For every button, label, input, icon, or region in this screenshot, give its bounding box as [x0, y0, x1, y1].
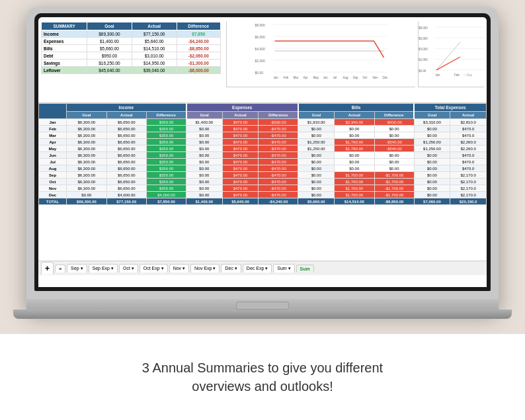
inc-goal-header: Goal	[67, 112, 106, 119]
inc-actual-cell: $6,650.00	[106, 139, 146, 146]
bill-goal-cell: $0.00	[298, 159, 335, 165]
inc-goal-cell: $6,300.00	[67, 119, 106, 126]
exp-actual-cell: $5,640.00	[222, 198, 259, 205]
data-row: Oct $6,300.00 $6,650.00 $350.00 $0.00 $4…	[39, 179, 487, 185]
summary-actual: $3,010.00	[132, 52, 177, 60]
inc-actual-cell: $6,650.00	[106, 165, 146, 172]
bill-goal-cell: $1,250.00	[298, 146, 335, 152]
exp-diff-cell: -$470.00	[259, 192, 298, 198]
bill-actual-cell: $14,510.00	[335, 198, 374, 205]
summary-actual: $77,150.00	[132, 30, 177, 38]
inc-goal-cell: $6,300.00	[67, 159, 106, 165]
data-row: Jun $6,300.00 $6,650.00 $350.00 $0.00 $4…	[39, 152, 487, 159]
bill-actual-cell: $1,700.00	[335, 172, 374, 179]
exp-actual-cell: $470.00	[222, 192, 259, 198]
section-header-row: Income Expenses Bills Total Expenses	[39, 104, 487, 112]
tot-goal-cell: $1,250.00	[414, 146, 450, 152]
tab-11[interactable]: Sum	[296, 265, 314, 273]
month-cell: Jun	[39, 152, 67, 159]
bill-diff-cell: -$1,700.00	[374, 192, 414, 198]
bill-goal-cell: $0.00	[298, 179, 335, 185]
svg-text:$8,000: $8,000	[255, 23, 266, 27]
inc-diff-header: Difference	[146, 112, 186, 119]
inc-actual-cell: $6,650.00	[106, 126, 146, 132]
bill-goal-header: Goal	[298, 112, 335, 119]
summary-diff: -$6,000.00	[177, 67, 220, 74]
secondary-chart: $8,000 $6,000 $4,000 $2,000 $0.00	[419, 21, 484, 81]
summary-row: Savings $16,250.00 $14,950.00 -$1,300.00	[42, 60, 221, 67]
svg-text:Mar: Mar	[294, 76, 299, 79]
svg-text:Dec: Dec	[383, 76, 389, 79]
tab-5[interactable]: Oct Exp ▾	[140, 264, 168, 273]
inc-actual-cell: $6,650.00	[106, 159, 146, 165]
exp-actual-cell: $470.00	[222, 165, 259, 172]
tab-9[interactable]: Dec Exp ▾	[243, 264, 272, 273]
inc-actual-header: Actual	[106, 112, 146, 119]
income-section-header: Income	[67, 104, 186, 112]
inc-actual-cell: $6,650.00	[106, 185, 146, 192]
chart-container: $8,000 $6,000 $4,000 $2,000 $0.00	[226, 21, 484, 87]
svg-text:Jul: Jul	[333, 76, 337, 79]
svg-text:$0.00: $0.00	[255, 71, 264, 75]
data-row: Jul $6,300.00 $6,650.00 $350.00 $0.00 $4…	[39, 159, 487, 165]
tot-goal-cell: $0.00	[414, 132, 450, 139]
bill-actual-cell: $2,340.00	[335, 119, 374, 126]
bill-actual-cell: $0.00	[335, 165, 374, 172]
tab-3[interactable]: Sep Exp ▾	[89, 264, 118, 273]
bill-goal-cell: $0.00	[298, 132, 335, 139]
summary-row: Bills $5,660.00 $14,510.00 -$8,850.00	[42, 45, 221, 52]
summary-actual: $5,640.00	[132, 38, 177, 45]
tot-actual-cell: $2,260.0	[450, 146, 487, 152]
tot-goal-cell: $0.00	[414, 165, 450, 172]
summary-row: Leftover $45,040.00 $39,040.00 -$6,000.0…	[42, 67, 221, 74]
tab-1[interactable]: ≡	[55, 265, 65, 273]
month-cell: May	[39, 146, 67, 152]
inc-actual-cell: $6,650.00	[106, 152, 146, 159]
svg-text:Sep: Sep	[353, 76, 359, 79]
exp-diff-cell: -$470.00	[259, 159, 298, 165]
tot-actual-cell: $2,260.0	[450, 139, 487, 146]
exp-actual-cell: $470.00	[222, 119, 259, 126]
inc-actual-cell: $6,650.00	[106, 119, 146, 126]
inc-goal-cell: $6,300.00	[67, 152, 106, 159]
exp-goal-cell: $0.00	[186, 165, 223, 172]
bill-goal-cell: $0.00	[298, 185, 335, 192]
summary-label: Income	[42, 30, 87, 38]
bill-goal-cell: $0.00	[298, 152, 335, 159]
bill-diff-cell: $0.00	[374, 126, 414, 132]
tot-goal-cell: $0.00	[414, 192, 450, 198]
bill-diff-cell: -$430.00	[374, 119, 414, 126]
summary-diff: -$8,850.00	[177, 45, 220, 52]
tot-goal-cell: $0.00	[414, 152, 450, 159]
exp-diff-header: Difference	[259, 112, 298, 119]
col-summary: SUMMARY	[42, 22, 87, 30]
tab-6[interactable]: Nov ▾	[169, 264, 189, 273]
summary-row: Debt $950.00 $3,010.00 -$2,060.00	[42, 52, 221, 60]
expenses-section-header: Expenses	[186, 104, 298, 112]
exp-goal-cell: $0.00	[186, 179, 223, 185]
summary-diff: -$2,060.00	[177, 52, 220, 60]
exp-diff-cell: -$470.00	[259, 146, 298, 152]
svg-text:Jun: Jun	[323, 76, 329, 79]
bill-goal-cell: $5,660.00	[298, 198, 335, 205]
bill-goal-cell: $1,250.00	[298, 139, 335, 146]
svg-text:Jan: Jan	[274, 76, 279, 79]
tot-goal-cell: $0.00	[414, 126, 450, 132]
tab-2[interactable]: Sep ▾	[67, 264, 87, 273]
tot-actual-cell: $2,170.0	[450, 185, 487, 192]
chart-area: $8,000 $6,000 $4,000 $2,000 $0.00	[223, 17, 487, 103]
tab-0[interactable]: +	[41, 262, 54, 274]
exp-goal-cell: $0.00	[186, 132, 223, 139]
tab-8[interactable]: Dec ▾	[221, 264, 241, 273]
month-cell: Oct	[39, 179, 67, 185]
svg-text:— Exp: — Exp	[464, 73, 473, 77]
summary-goal: $1,400.00	[87, 38, 132, 45]
exp-goal-cell: $0.00	[186, 152, 223, 159]
tab-7[interactable]: Nov Exp ▾	[190, 264, 220, 273]
tab-4[interactable]: Oct ▾	[119, 264, 138, 273]
tab-10[interactable]: Sum ▾	[273, 264, 294, 273]
inc-diff-cell: $350.00	[146, 146, 186, 152]
data-row: Aug $6,300.00 $6,650.00 $350.00 $0.00 $4…	[39, 165, 487, 172]
tot-actual-cell: $470.0	[450, 152, 487, 159]
bill-diff-cell: $0.00	[374, 152, 414, 159]
